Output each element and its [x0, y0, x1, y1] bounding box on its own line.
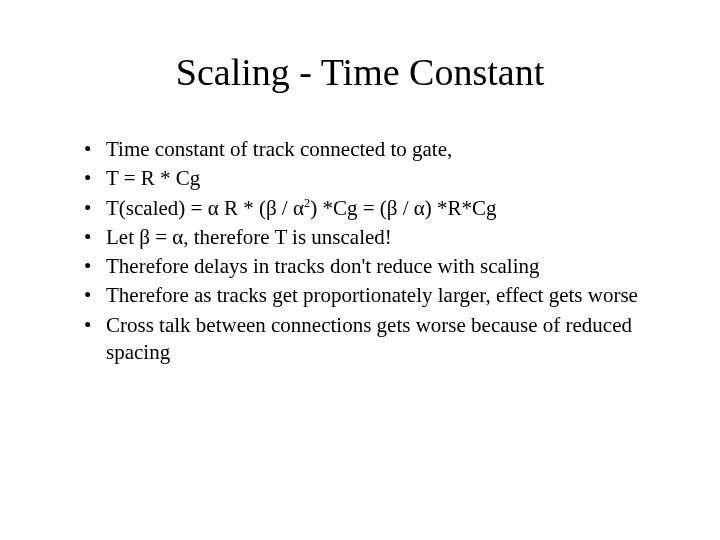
slide-title: Scaling - Time Constant [60, 50, 660, 94]
slide: Scaling - Time Constant Time constant of… [0, 0, 720, 540]
list-item: Therefore as tracks get proportionately … [84, 282, 660, 309]
bullet-text-pre: T(scaled) = α R * (β / α [106, 196, 304, 220]
list-item: Let β = α, therefore T is unscaled! [84, 224, 660, 251]
bullet-text: Therefore delays in tracks don't reduce … [106, 254, 540, 278]
bullet-text: Therefore as tracks get proportionately … [106, 283, 638, 307]
bullet-text: Cross talk between connections gets wors… [106, 313, 632, 364]
bullet-list: Time constant of track connected to gate… [60, 136, 660, 366]
bullet-text: Time constant of track connected to gate… [106, 137, 452, 161]
list-item: T(scaled) = α R * (β / α2) *Cg = (β / α)… [84, 195, 660, 222]
list-item: T = R * Cg [84, 165, 660, 192]
list-item: Time constant of track connected to gate… [84, 136, 660, 163]
bullet-text: Let β = α, therefore T is unscaled! [106, 225, 392, 249]
list-item: Therefore delays in tracks don't reduce … [84, 253, 660, 280]
list-item: Cross talk between connections gets wors… [84, 312, 660, 367]
bullet-text: T = R * Cg [106, 166, 200, 190]
bullet-text-post: ) *Cg = (β / α) *R*Cg [310, 196, 496, 220]
